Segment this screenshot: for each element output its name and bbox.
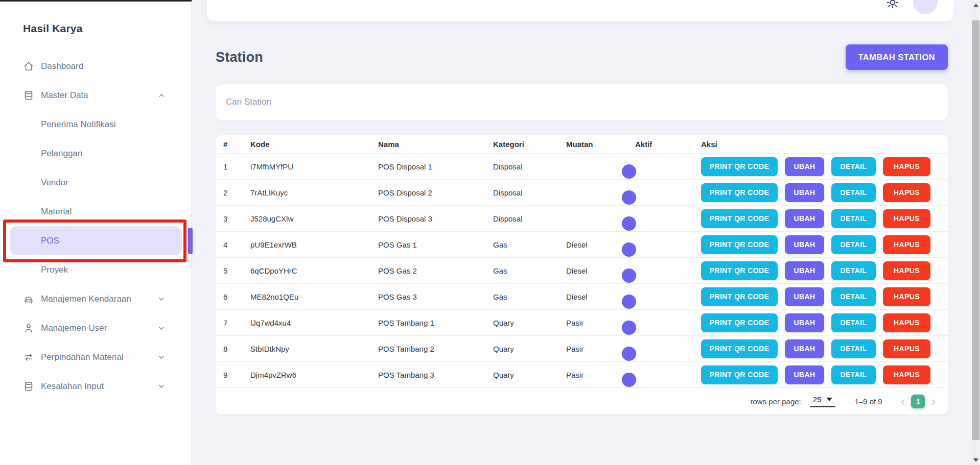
- print-qr-code-button[interactable]: PRINT QR CODE: [701, 365, 778, 384]
- column-header-kategori: Kategori: [493, 140, 566, 149]
- sidebar-item-master-data[interactable]: Master Data: [0, 81, 191, 110]
- scrollbar-thumb[interactable]: [972, 20, 979, 440]
- screen-top-edge: [0, 0, 192, 2]
- ubah-button[interactable]: UBAH: [785, 235, 824, 254]
- rows-per-page-label: rows per page:: [751, 397, 801, 406]
- sidebar-item-proyek[interactable]: Proyek: [0, 255, 191, 284]
- main-content: Station TAMBAH STATION # Kode Nama Kateg…: [192, 0, 971, 465]
- top-navbar: [207, 0, 953, 21]
- sidebar-item-kesalahan-input[interactable]: Kesalahan Input: [0, 372, 191, 401]
- detail-button[interactable]: DETAIL: [831, 287, 876, 306]
- detail-button[interactable]: DETAIL: [831, 183, 876, 202]
- toggle-knob: [622, 321, 636, 335]
- sidebar-item-label: Proyek: [41, 265, 68, 275]
- sidebar-item-dashboard[interactable]: Dashboard: [0, 52, 191, 81]
- cell-no: 4: [223, 240, 250, 249]
- hapus-button[interactable]: HAPUS: [883, 261, 930, 280]
- rows-per-page-select[interactable]: 25: [810, 395, 835, 407]
- sidebar-item-label: Master Data: [41, 90, 88, 101]
- column-header-muatan: Muatan: [566, 140, 635, 149]
- ubah-button[interactable]: UBAH: [785, 339, 824, 358]
- toggle-knob: [622, 295, 636, 309]
- cell-kategori: Quary: [493, 345, 566, 353]
- ubah-button[interactable]: UBAH: [785, 287, 824, 306]
- hapus-button[interactable]: HAPUS: [883, 157, 930, 176]
- tambah-station-button[interactable]: TAMBAH STATION: [846, 44, 948, 70]
- ubah-button[interactable]: UBAH: [785, 157, 824, 176]
- sidebar-item-pelanggan[interactable]: Pelanggan: [0, 139, 191, 168]
- app-screen: Hasil Karya Dashboard Master Data Peneri…: [0, 0, 980, 465]
- print-qr-code-button[interactable]: PRINT QR CODE: [701, 261, 778, 280]
- sidebar-item-manajemen-user[interactable]: Manajemen User: [0, 313, 191, 342]
- cell-nama: POS Gas 2: [378, 266, 493, 275]
- cell-kode: 6qCDpoYHrC: [250, 266, 378, 275]
- previous-page-chevron[interactable]: ‹: [900, 395, 906, 408]
- print-qr-code-button[interactable]: PRINT QR CODE: [701, 287, 778, 306]
- print-qr-code-button[interactable]: PRINT QR CODE: [701, 209, 778, 228]
- sidebar-item-label: Pelanggan: [41, 149, 82, 159]
- hapus-button[interactable]: HAPUS: [883, 209, 930, 228]
- hapus-button[interactable]: HAPUS: [883, 313, 930, 332]
- sidebar-item-material[interactable]: Material: [0, 197, 191, 226]
- sidebar-item-label: Vendor: [41, 178, 68, 188]
- user-icon: [23, 323, 34, 334]
- hapus-button[interactable]: HAPUS: [883, 287, 930, 306]
- print-qr-code-button[interactable]: PRINT QR CODE: [701, 339, 778, 358]
- search-input[interactable]: [216, 84, 948, 120]
- hapus-button[interactable]: HAPUS: [883, 183, 930, 202]
- user-avatar[interactable]: [913, 0, 938, 14]
- ubah-button[interactable]: UBAH: [785, 183, 824, 202]
- scrollbar-down-arrow[interactable]: [971, 456, 980, 464]
- toggle-knob: [622, 268, 636, 283]
- cell-kode: J528ugCXlw: [250, 214, 378, 223]
- scrollbar-up-arrow[interactable]: [971, 1, 980, 9]
- search-card: [216, 84, 948, 120]
- cell-kategori: Gas: [493, 240, 566, 249]
- ubah-button[interactable]: UBAH: [785, 313, 824, 332]
- cell-nama: POS Gas 1: [378, 240, 493, 249]
- detail-button[interactable]: DETAIL: [831, 261, 876, 280]
- detail-button[interactable]: DETAIL: [831, 365, 876, 384]
- detail-button[interactable]: DETAIL: [831, 313, 876, 332]
- detail-button[interactable]: DETAIL: [831, 235, 876, 254]
- sidebar-nav: Dashboard Master Data Penerima Notifikas…: [0, 52, 191, 401]
- sidebar-item-penerima-notifikasi[interactable]: Penerima Notifikasi: [0, 110, 191, 139]
- cell-kode: StbIDtkNpy: [250, 345, 378, 353]
- hapus-button[interactable]: HAPUS: [883, 235, 930, 254]
- cell-kode: 7rAtLIKuyc: [250, 188, 378, 197]
- cell-nama: POS Tambang 3: [378, 371, 493, 379]
- ubah-button[interactable]: UBAH: [785, 365, 824, 384]
- detail-button[interactable]: DETAIL: [831, 209, 876, 228]
- ubah-button[interactable]: UBAH: [785, 209, 824, 228]
- next-page-chevron[interactable]: ›: [930, 395, 937, 408]
- sidebar-item-manajemen-kendaraan[interactable]: Manajemen Kendaraan: [0, 284, 191, 313]
- cell-nama: POS Disposal 1: [378, 162, 493, 171]
- current-page-button[interactable]: 1: [911, 395, 925, 408]
- ubah-button[interactable]: UBAH: [785, 261, 824, 280]
- hapus-button[interactable]: HAPUS: [883, 365, 930, 384]
- column-header-kode: Kode: [250, 140, 378, 149]
- table-row: 6 ME82no1QEu POS Gas 3 Gas Diesel PRINT …: [216, 284, 948, 310]
- sidebar-item-vendor[interactable]: Vendor: [0, 168, 191, 197]
- cell-nama: POS Disposal 3: [378, 214, 493, 223]
- browser-scrollbar: [971, 0, 980, 465]
- print-qr-code-button[interactable]: PRINT QR CODE: [701, 313, 778, 332]
- cell-kategori: Quary: [493, 371, 566, 379]
- print-qr-code-button[interactable]: PRINT QR CODE: [701, 157, 778, 176]
- detail-button[interactable]: DETAIL: [831, 339, 876, 358]
- car-icon: [23, 293, 34, 305]
- detail-button[interactable]: DETAIL: [831, 157, 876, 176]
- sidebar-item-perpindahan-material[interactable]: Perpindahan Material: [0, 342, 191, 372]
- station-table: # Kode Nama Kategori Muatan Aktif Aksi 1…: [216, 135, 948, 414]
- print-qr-code-button[interactable]: PRINT QR CODE: [701, 235, 778, 254]
- hapus-button[interactable]: HAPUS: [883, 339, 930, 358]
- print-qr-code-button[interactable]: PRINT QR CODE: [701, 183, 778, 202]
- cell-kategori: Quary: [493, 319, 566, 327]
- theme-sun-icon[interactable]: [886, 0, 899, 9]
- cell-kode: lJq7wd4xu4: [250, 319, 378, 327]
- table-header-row: # Kode Nama Kategori Muatan Aktif Aksi: [216, 135, 948, 154]
- sidebar-item-label: Manajemen Kendaraan: [41, 294, 131, 304]
- cell-kategori: Disposal: [493, 214, 566, 223]
- active-item-pill[interactable]: POS: [10, 226, 182, 255]
- sidebar-item-pos-active[interactable]: POS: [0, 226, 191, 255]
